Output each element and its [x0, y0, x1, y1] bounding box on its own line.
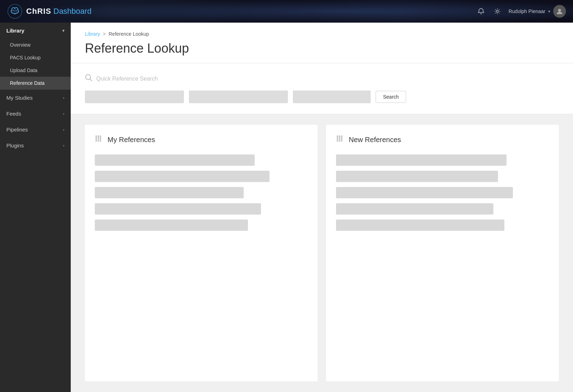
- breadcrumb-library-link[interactable]: Library: [85, 31, 100, 37]
- sidebar: Library ▾ Overview PACS Lookup Upload Da…: [0, 23, 71, 392]
- username-label: Rudolph Pienaar: [509, 8, 545, 14]
- avatar: [553, 5, 566, 18]
- breadcrumb: Library > Reference Lookup: [85, 31, 559, 37]
- breadcrumb-separator: >: [103, 31, 106, 37]
- brand-chris: ChRIS: [26, 7, 51, 16]
- my-ref-item-1[interactable]: [95, 154, 255, 166]
- library-group-header[interactable]: Library ▾: [0, 23, 71, 39]
- sidebar-item-pacs-lookup[interactable]: PACS Lookup: [0, 51, 71, 64]
- page-title: Reference Lookup: [85, 41, 559, 56]
- page-header: Library > Reference Lookup Reference Loo…: [71, 23, 573, 63]
- search-button[interactable]: Search: [376, 91, 406, 103]
- search-fields: Search: [85, 90, 559, 103]
- new-references-header: New References: [336, 135, 549, 145]
- sidebar-item-overview[interactable]: Overview: [0, 39, 71, 51]
- svg-point-7: [496, 10, 498, 12]
- references-section: My References: [71, 114, 573, 392]
- search-field-1[interactable]: [85, 90, 184, 103]
- topnav-actions: Rudolph Pienaar ▾: [476, 5, 566, 18]
- brand-text: ChRIS Dashboard: [26, 7, 92, 16]
- settings-button[interactable]: [492, 6, 502, 16]
- pipelines-chevron-icon: ›: [63, 127, 64, 132]
- svg-rect-12: [98, 135, 99, 142]
- my-references-header: My References: [95, 135, 308, 145]
- sidebar-item-reference-data[interactable]: Reference Data: [0, 77, 71, 89]
- brand[interactable]: ChRIS Dashboard: [7, 4, 92, 19]
- my-studies-chevron-icon: ›: [63, 95, 64, 100]
- new-references-icon: [336, 135, 345, 145]
- my-ref-item-2[interactable]: [95, 171, 270, 182]
- user-menu[interactable]: Rudolph Pienaar ▾: [509, 5, 566, 18]
- search-section: Quick Reference Search Search: [71, 63, 573, 114]
- search-field-3[interactable]: [293, 90, 371, 103]
- brand-dashboard: Dashboard: [53, 7, 92, 16]
- svg-rect-18: [339, 135, 340, 142]
- svg-point-5: [12, 11, 13, 12]
- new-ref-item-2[interactable]: [336, 171, 498, 182]
- notifications-button[interactable]: [476, 6, 486, 16]
- svg-point-8: [558, 9, 561, 12]
- svg-rect-11: [96, 135, 97, 142]
- svg-point-6: [17, 11, 17, 12]
- library-label: Library: [6, 28, 24, 34]
- brain-icon: [7, 4, 23, 19]
- new-references-title: New References: [349, 136, 401, 144]
- my-references-list: [95, 154, 308, 231]
- new-ref-item-3[interactable]: [336, 187, 513, 198]
- svg-point-3: [13, 10, 14, 11]
- sidebar-item-my-studies[interactable]: My Studies ›: [0, 90, 71, 106]
- plugins-chevron-icon: ›: [63, 143, 64, 148]
- sidebar-item-upload-data[interactable]: Upload Data: [0, 64, 71, 77]
- library-section: Library ▾ Overview PACS Lookup Upload Da…: [0, 23, 71, 90]
- gear-icon: [494, 8, 501, 15]
- svg-rect-17: [337, 135, 338, 142]
- new-ref-item-4[interactable]: [336, 203, 493, 215]
- search-placeholder: Quick Reference Search: [96, 76, 158, 82]
- svg-point-4: [16, 10, 17, 11]
- new-references-card: New References: [326, 125, 559, 381]
- my-ref-item-5[interactable]: [95, 220, 248, 231]
- feeds-chevron-icon: ›: [63, 111, 64, 116]
- topnav: ChRIS Dashboard Rudolph Pienaar ▾: [0, 0, 573, 23]
- new-references-list: [336, 154, 549, 231]
- new-ref-item-5[interactable]: [336, 220, 504, 231]
- my-references-card: My References: [85, 125, 318, 381]
- sidebar-item-plugins[interactable]: Plugins ›: [0, 138, 71, 153]
- breadcrumb-current: Reference Lookup: [109, 31, 149, 37]
- user-chevron-icon: ▾: [548, 9, 550, 14]
- search-icon: [85, 74, 93, 83]
- library-chevron-icon: ▾: [62, 28, 64, 33]
- search-bar: Quick Reference Search: [85, 74, 559, 83]
- sidebar-item-pipelines[interactable]: Pipelines ›: [0, 122, 71, 138]
- my-references-icon: [95, 135, 103, 145]
- app-body: Library ▾ Overview PACS Lookup Upload Da…: [0, 23, 573, 392]
- search-field-2[interactable]: [189, 90, 288, 103]
- sidebar-item-feeds[interactable]: Feeds ›: [0, 106, 71, 122]
- main-content: Library > Reference Lookup Reference Loo…: [71, 23, 573, 392]
- svg-line-10: [90, 79, 92, 81]
- new-ref-item-1[interactable]: [336, 154, 507, 166]
- my-ref-item-3[interactable]: [95, 187, 244, 198]
- my-references-title: My References: [108, 136, 155, 144]
- bell-icon: [478, 8, 485, 15]
- my-ref-item-4[interactable]: [95, 203, 261, 215]
